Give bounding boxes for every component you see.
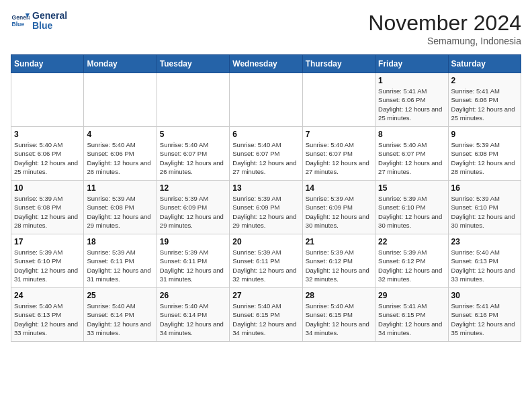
- calendar-cell: 26Sunrise: 5:40 AM Sunset: 6:14 PM Dayli…: [157, 288, 229, 342]
- day-number: 10: [14, 183, 81, 193]
- day-number: 22: [378, 237, 445, 246]
- calendar-week-row: 17Sunrise: 5:39 AM Sunset: 6:10 PM Dayli…: [11, 234, 521, 288]
- location-subtitle: Semamung, Indonesia: [368, 36, 521, 46]
- day-info: Sunrise: 5:39 AM Sunset: 6:09 PM Dayligh…: [160, 194, 226, 230]
- day-info: Sunrise: 5:39 AM Sunset: 6:11 PM Dayligh…: [160, 248, 226, 283]
- day-info: Sunrise: 5:40 AM Sunset: 6:15 PM Dayligh…: [232, 302, 299, 337]
- day-number: 20: [232, 237, 299, 246]
- calendar-week-row: 3Sunrise: 5:40 AM Sunset: 6:06 PM Daylig…: [11, 127, 521, 181]
- calendar-table: SundayMondayTuesdayWednesdayThursdayFrid…: [11, 54, 521, 342]
- calendar-cell: 10Sunrise: 5:39 AM Sunset: 6:08 PM Dayli…: [11, 181, 84, 234]
- calendar-cell: 20Sunrise: 5:39 AM Sunset: 6:11 PM Dayli…: [230, 234, 302, 288]
- day-info: Sunrise: 5:40 AM Sunset: 6:06 PM Dayligh…: [87, 140, 153, 176]
- day-number: 21: [306, 237, 372, 246]
- day-number: 17: [14, 237, 81, 246]
- day-number: 3: [14, 130, 81, 139]
- day-info: Sunrise: 5:39 AM Sunset: 6:10 PM Dayligh…: [451, 194, 518, 230]
- calendar-cell: 18Sunrise: 5:39 AM Sunset: 6:11 PM Dayli…: [84, 234, 157, 288]
- day-number: 16: [451, 183, 518, 193]
- day-info: Sunrise: 5:41 AM Sunset: 6:06 PM Dayligh…: [378, 87, 445, 122]
- day-info: Sunrise: 5:40 AM Sunset: 6:13 PM Dayligh…: [14, 302, 81, 337]
- day-number: 30: [451, 291, 518, 300]
- day-info: Sunrise: 5:40 AM Sunset: 6:15 PM Dayligh…: [306, 302, 372, 337]
- month-title: November 2024: [368, 11, 521, 36]
- day-number: 12: [160, 183, 226, 193]
- calendar-cell: [11, 73, 84, 127]
- calendar-cell: 23Sunrise: 5:40 AM Sunset: 6:13 PM Dayli…: [448, 234, 521, 288]
- calendar-cell: 19Sunrise: 5:39 AM Sunset: 6:11 PM Dayli…: [157, 234, 229, 288]
- calendar-cell: 16Sunrise: 5:39 AM Sunset: 6:10 PM Dayli…: [448, 181, 521, 234]
- day-info: Sunrise: 5:39 AM Sunset: 6:12 PM Dayligh…: [378, 248, 445, 283]
- calendar-cell: 2Sunrise: 5:41 AM Sunset: 6:06 PM Daylig…: [448, 73, 521, 127]
- day-number: 29: [378, 291, 445, 300]
- calendar-cell: 24Sunrise: 5:40 AM Sunset: 6:13 PM Dayli…: [11, 288, 84, 342]
- logo-text-blue: Blue: [32, 21, 67, 31]
- day-number: 8: [378, 130, 445, 139]
- calendar-cell: 14Sunrise: 5:39 AM Sunset: 6:09 PM Dayli…: [302, 181, 375, 234]
- day-number: 15: [378, 183, 445, 193]
- weekday-header-wednesday: Wednesday: [230, 55, 302, 73]
- calendar-cell: 25Sunrise: 5:40 AM Sunset: 6:14 PM Dayli…: [84, 288, 157, 342]
- calendar-cell: 29Sunrise: 5:41 AM Sunset: 6:15 PM Dayli…: [375, 288, 448, 342]
- day-number: 6: [232, 130, 299, 139]
- weekday-header-row: SundayMondayTuesdayWednesdayThursdayFrid…: [11, 55, 521, 73]
- day-info: Sunrise: 5:40 AM Sunset: 6:07 PM Dayligh…: [378, 140, 445, 176]
- day-info: Sunrise: 5:41 AM Sunset: 6:15 PM Dayligh…: [378, 302, 445, 337]
- title-block: November 2024 Semamung, Indonesia: [368, 11, 521, 46]
- calendar-cell: [302, 73, 375, 127]
- calendar-cell: 17Sunrise: 5:39 AM Sunset: 6:10 PM Dayli…: [11, 234, 84, 288]
- day-info: Sunrise: 5:39 AM Sunset: 6:10 PM Dayligh…: [14, 248, 81, 283]
- day-info: Sunrise: 5:39 AM Sunset: 6:09 PM Dayligh…: [306, 194, 372, 230]
- calendar-cell: 8Sunrise: 5:40 AM Sunset: 6:07 PM Daylig…: [375, 127, 448, 181]
- svg-text:Blue: Blue: [12, 21, 25, 28]
- calendar-week-row: 1Sunrise: 5:41 AM Sunset: 6:06 PM Daylig…: [11, 73, 521, 127]
- calendar-cell: 21Sunrise: 5:39 AM Sunset: 6:12 PM Dayli…: [302, 234, 375, 288]
- day-number: 28: [306, 291, 372, 300]
- day-info: Sunrise: 5:39 AM Sunset: 6:11 PM Dayligh…: [87, 248, 153, 283]
- page-header: General Blue General Blue November 2024 …: [11, 11, 521, 46]
- calendar-cell: 12Sunrise: 5:39 AM Sunset: 6:09 PM Dayli…: [157, 181, 229, 234]
- calendar-cell: [230, 73, 302, 127]
- calendar-cell: 27Sunrise: 5:40 AM Sunset: 6:15 PM Dayli…: [230, 288, 302, 342]
- logo: General Blue General Blue: [11, 11, 67, 32]
- day-info: Sunrise: 5:40 AM Sunset: 6:07 PM Dayligh…: [232, 140, 299, 176]
- day-info: Sunrise: 5:40 AM Sunset: 6:14 PM Dayligh…: [87, 302, 153, 337]
- calendar-cell: [157, 73, 229, 127]
- day-info: Sunrise: 5:39 AM Sunset: 6:08 PM Dayligh…: [87, 194, 153, 230]
- weekday-header-friday: Friday: [375, 55, 448, 73]
- calendar-cell: 5Sunrise: 5:40 AM Sunset: 6:07 PM Daylig…: [157, 127, 229, 181]
- day-info: Sunrise: 5:39 AM Sunset: 6:10 PM Dayligh…: [378, 194, 445, 230]
- day-info: Sunrise: 5:41 AM Sunset: 6:06 PM Dayligh…: [451, 87, 518, 122]
- calendar-cell: 13Sunrise: 5:39 AM Sunset: 6:09 PM Dayli…: [230, 181, 302, 234]
- day-number: 4: [87, 130, 153, 139]
- day-number: 7: [306, 130, 372, 139]
- calendar-cell: 1Sunrise: 5:41 AM Sunset: 6:06 PM Daylig…: [375, 73, 448, 127]
- day-info: Sunrise: 5:39 AM Sunset: 6:12 PM Dayligh…: [306, 248, 372, 283]
- day-number: 25: [87, 291, 153, 300]
- day-info: Sunrise: 5:40 AM Sunset: 6:06 PM Dayligh…: [14, 140, 81, 176]
- day-number: 26: [160, 291, 226, 300]
- calendar-week-row: 24Sunrise: 5:40 AM Sunset: 6:13 PM Dayli…: [11, 288, 521, 342]
- day-number: 5: [160, 130, 226, 139]
- day-number: 23: [451, 237, 518, 246]
- day-number: 27: [232, 291, 299, 300]
- day-info: Sunrise: 5:41 AM Sunset: 6:16 PM Dayligh…: [451, 302, 518, 337]
- day-info: Sunrise: 5:40 AM Sunset: 6:07 PM Dayligh…: [160, 140, 226, 176]
- calendar-cell: [84, 73, 157, 127]
- day-info: Sunrise: 5:39 AM Sunset: 6:08 PM Dayligh…: [14, 194, 81, 230]
- calendar-cell: 15Sunrise: 5:39 AM Sunset: 6:10 PM Dayli…: [375, 181, 448, 234]
- day-info: Sunrise: 5:39 AM Sunset: 6:09 PM Dayligh…: [232, 194, 299, 230]
- day-info: Sunrise: 5:40 AM Sunset: 6:13 PM Dayligh…: [451, 248, 518, 283]
- weekday-header-monday: Monday: [84, 55, 157, 73]
- day-number: 18: [87, 237, 153, 246]
- day-number: 2: [451, 76, 518, 85]
- day-number: 14: [306, 183, 372, 193]
- calendar-cell: 4Sunrise: 5:40 AM Sunset: 6:06 PM Daylig…: [84, 127, 157, 181]
- day-number: 13: [232, 183, 299, 193]
- day-number: 24: [14, 291, 81, 300]
- calendar-cell: 28Sunrise: 5:40 AM Sunset: 6:15 PM Dayli…: [302, 288, 375, 342]
- day-info: Sunrise: 5:39 AM Sunset: 6:11 PM Dayligh…: [232, 248, 299, 283]
- day-info: Sunrise: 5:40 AM Sunset: 6:07 PM Dayligh…: [306, 140, 372, 176]
- weekday-header-saturday: Saturday: [448, 55, 521, 73]
- calendar-cell: 3Sunrise: 5:40 AM Sunset: 6:06 PM Daylig…: [11, 127, 84, 181]
